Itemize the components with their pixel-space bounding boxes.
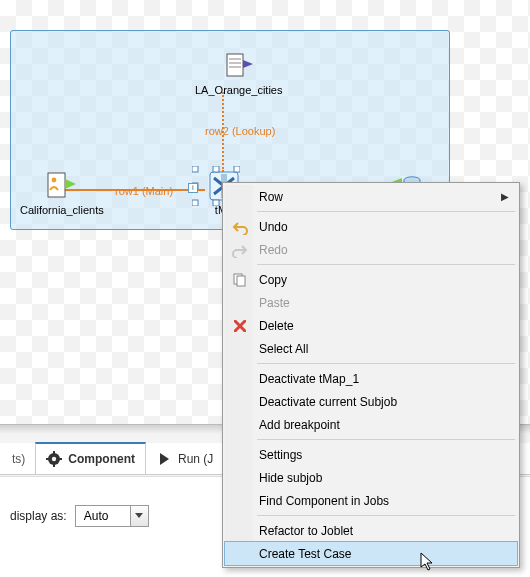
svg-rect-15 [53, 451, 55, 454]
context-menu: Row ▶ Undo Redo Copy Paste Delete Select… [222, 182, 520, 568]
input-port-marker: i [188, 183, 198, 193]
menu-settings-label: Settings [259, 448, 302, 462]
menu-paste-label: Paste [259, 296, 290, 310]
menu-separator [257, 363, 515, 364]
node-california-clients[interactable]: California_clients [20, 170, 104, 216]
menu-hide-subjob-label: Hide subjob [259, 471, 322, 485]
combo-dropdown-button[interactable] [130, 506, 148, 526]
menu-paste: Paste [225, 291, 517, 314]
tab-truncated-left[interactable]: ts) [2, 443, 35, 475]
menu-refactor-joblet[interactable]: Refactor to Joblet [225, 519, 517, 542]
svg-rect-0 [227, 54, 243, 76]
node-california-label: California_clients [20, 204, 104, 216]
connection-row1-label: row1 (Main) [115, 185, 173, 197]
submenu-arrow-icon: ▶ [501, 191, 509, 202]
svg-rect-1 [48, 173, 65, 197]
menu-undo-label: Undo [259, 220, 288, 234]
menu-separator [257, 211, 515, 212]
copy-icon [231, 271, 249, 289]
menu-select-all-label: Select All [259, 342, 308, 356]
menu-row-label: Row [259, 190, 283, 204]
play-icon [156, 451, 172, 467]
tab-component[interactable]: Component [35, 442, 146, 474]
svg-rect-20 [237, 276, 245, 286]
svg-rect-8 [192, 200, 198, 206]
menu-find-component-label: Find Component in Jobs [259, 494, 389, 508]
connection-row2-label: row2 (Lookup) [205, 125, 275, 137]
menu-separator [257, 439, 515, 440]
svg-rect-3 [192, 166, 198, 172]
display-as-label: display as: [10, 509, 67, 523]
menu-deactivate-subjob[interactable]: Deactivate current Subjob [225, 390, 517, 413]
node-la-label: LA_Orange_cities [195, 84, 282, 96]
menu-add-breakpoint[interactable]: Add breakpoint [225, 413, 517, 436]
tab-run-label: Run (J [178, 452, 213, 466]
svg-point-14 [52, 457, 56, 461]
undo-icon [231, 218, 249, 236]
display-as-combo[interactable]: Auto [75, 505, 149, 527]
svg-rect-16 [53, 464, 55, 467]
tab-truncated-left-label: ts) [12, 452, 25, 466]
menu-copy-label: Copy [259, 273, 287, 287]
file-input-icon [46, 170, 78, 202]
menu-create-test-case[interactable]: Create Test Case [225, 542, 517, 565]
menu-row[interactable]: Row ▶ [225, 185, 517, 208]
file-input-icon [223, 50, 255, 82]
component-icon [46, 451, 62, 467]
chevron-down-icon [135, 513, 143, 519]
menu-delete[interactable]: Delete [225, 314, 517, 337]
menu-redo: Redo [225, 238, 517, 261]
node-la-orange-cities[interactable]: LA_Orange_cities [195, 50, 282, 96]
menu-redo-label: Redo [259, 243, 288, 257]
menu-refactor-joblet-label: Refactor to Joblet [259, 524, 353, 538]
menu-deactivate-tmap[interactable]: Deactivate tMap_1 [225, 367, 517, 390]
menu-settings[interactable]: Settings [225, 443, 517, 466]
menu-separator [257, 264, 515, 265]
menu-deactivate-subjob-label: Deactivate current Subjob [259, 395, 397, 409]
svg-rect-4 [213, 166, 219, 172]
menu-find-component[interactable]: Find Component in Jobs [225, 489, 517, 512]
menu-delete-label: Delete [259, 319, 294, 333]
svg-rect-17 [46, 458, 49, 460]
menu-separator [257, 515, 515, 516]
menu-deactivate-tmap-label: Deactivate tMap_1 [259, 372, 359, 386]
redo-icon [231, 241, 249, 259]
menu-undo[interactable]: Undo [225, 215, 517, 238]
svg-rect-18 [59, 458, 62, 460]
menu-select-all[interactable]: Select All [225, 337, 517, 360]
svg-point-2 [51, 178, 56, 183]
svg-rect-5 [234, 166, 240, 172]
menu-create-test-case-label: Create Test Case [259, 547, 352, 561]
svg-rect-9 [213, 200, 219, 206]
menu-hide-subjob[interactable]: Hide subjob [225, 466, 517, 489]
tab-run[interactable]: Run (J [146, 443, 223, 475]
menu-copy[interactable]: Copy [225, 268, 517, 291]
delete-icon [231, 317, 249, 335]
tab-component-label: Component [68, 452, 135, 466]
menu-add-breakpoint-label: Add breakpoint [259, 418, 340, 432]
display-as-value: Auto [76, 509, 130, 523]
